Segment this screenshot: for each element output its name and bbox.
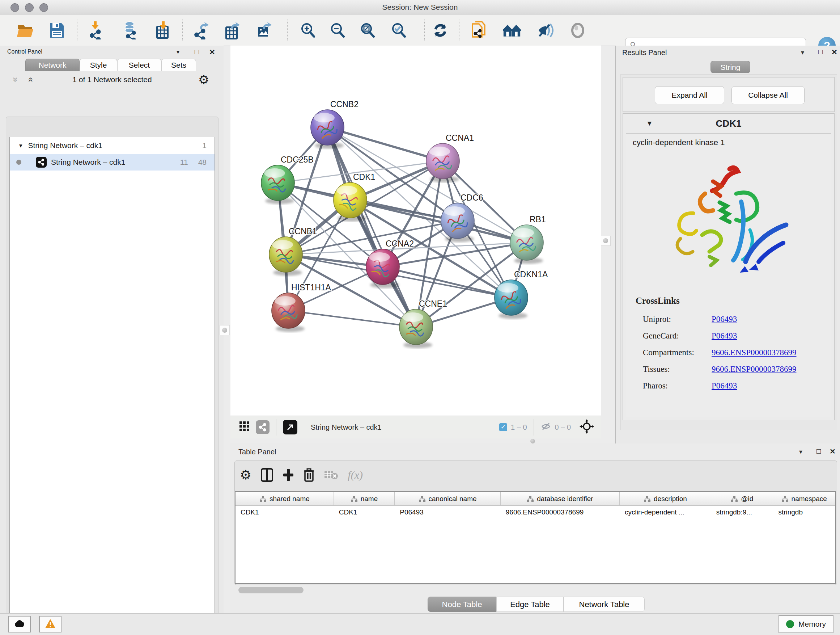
export-network-icon[interactable] (193, 21, 210, 40)
import-database-icon[interactable] (121, 21, 139, 40)
crosslink-value-link[interactable]: 9606.ENSP00000378699 (712, 364, 797, 374)
crosslink-label: Uniprot: (643, 315, 712, 324)
table-cell[interactable]: cyclin-dependent ... (620, 506, 711, 519)
crosslink-value-link[interactable]: P06493 (712, 381, 737, 391)
zoom-fit-icon[interactable] (358, 21, 377, 40)
zoom-in-icon[interactable] (299, 21, 317, 40)
control-panel-close-icon[interactable]: ✕ (209, 48, 215, 57)
memory-button[interactable]: Memory (778, 615, 834, 633)
crosslink-value-link[interactable]: P06493 (712, 315, 737, 324)
table-panel-float-icon[interactable]: □ (816, 447, 821, 455)
import-table-icon[interactable] (154, 21, 172, 40)
network-edge-CCNA2-CDKN1A[interactable] (383, 267, 511, 298)
results-panel-collapse-icon[interactable]: ▾ (801, 49, 804, 57)
toolbar-separator (459, 19, 459, 41)
network-node-HIST1H1A[interactable]: HIST1H1A (272, 283, 332, 332)
table-cell[interactable]: stringdb (773, 506, 835, 519)
zoom-selected-icon[interactable] (390, 21, 408, 40)
table-panel-collapse-icon[interactable]: ▾ (799, 448, 802, 456)
hidden-count: 0 – 0 (555, 423, 571, 432)
results-panel-float-icon[interactable]: □ (818, 48, 823, 56)
tab-select[interactable]: Select (117, 59, 161, 71)
import-network-icon[interactable] (86, 21, 104, 40)
tab-network[interactable]: Network (25, 59, 80, 71)
collapse-all-networks-icon[interactable]: » (11, 77, 21, 82)
save-icon[interactable] (48, 21, 66, 40)
right-splitter-handle[interactable] (600, 236, 611, 246)
birdseye-grid-icon[interactable] (239, 421, 250, 433)
zoom-out-icon[interactable] (328, 21, 347, 40)
node-label-CDKN1A: CDKN1A (514, 270, 548, 279)
selected-checkbox-icon[interactable]: ✓ (499, 423, 507, 431)
export-table-icon[interactable] (224, 21, 242, 40)
column-header--id[interactable]: @id (711, 492, 774, 506)
table-cell[interactable]: stringdb:9... (711, 506, 774, 519)
network-node-CDC6[interactable]: CDC6 (441, 193, 483, 242)
table-horizontal-scrollbar[interactable] (238, 587, 303, 593)
crosslink-row: Pharos:P06493 (643, 378, 824, 394)
tab-edge-table[interactable]: Edge Table (496, 597, 564, 612)
table-cell[interactable]: 9606.ENSP00000378699 (501, 506, 620, 519)
left-splitter-handle[interactable] (219, 325, 230, 335)
export-image-icon[interactable] (256, 21, 273, 40)
pan-crosshair-icon[interactable] (579, 419, 594, 435)
gear-icon[interactable]: ⚙ (240, 464, 251, 486)
table-cell[interactable]: P06493 (395, 506, 501, 519)
column-header-shared-name[interactable]: shared name (235, 492, 334, 506)
node-table[interactable]: shared namenamecanonical namedatabase id… (235, 491, 836, 584)
crosslink-value-link[interactable]: 9606.ENSP00000378699 (712, 348, 797, 357)
show-hide-panel-icon[interactable] (536, 21, 554, 40)
warning-button[interactable] (39, 616, 62, 632)
column-header-namespace[interactable]: namespace (773, 492, 835, 506)
column-header-database-identifier[interactable]: database identifier (501, 492, 620, 506)
node-label-CCNA2: CCNA2 (386, 239, 414, 249)
tab-sets[interactable]: Sets (161, 59, 196, 71)
expand-all-button[interactable]: Expand All (655, 86, 724, 104)
network-node-CDK1[interactable]: CDK1 (333, 172, 375, 222)
tab-node-table[interactable]: Node Table (428, 597, 496, 612)
network-node-RB1[interactable]: RB1 (510, 215, 546, 264)
crosslink-label: GeneCard: (643, 331, 712, 340)
plus-icon[interactable] (283, 464, 294, 486)
cloud-button[interactable] (8, 616, 31, 632)
open-folder-icon[interactable] (17, 21, 35, 40)
network-edge-CCNB2-CCNA1[interactable] (327, 127, 443, 161)
tab-network-table[interactable]: Network Table (564, 597, 645, 612)
network-collection-row[interactable]: ▾ String Network – cdk1 1 (10, 137, 215, 154)
open-in-window-icon[interactable] (283, 420, 297, 434)
column-header-canonical-name[interactable]: canonical name (395, 492, 501, 506)
eye-icon[interactable] (569, 21, 587, 40)
table-cell[interactable]: CDK1 (235, 506, 334, 519)
results-panel-close-icon[interactable]: ✕ (831, 48, 837, 57)
table-panel-title: Table Panel (238, 448, 276, 456)
control-panel-float-icon[interactable]: □ (195, 48, 199, 56)
network-canvas[interactable]: CCNB2CCNA1CDC25BCDK1CDC6RB1CCNB1CCNA2CDK… (231, 46, 601, 416)
crosslink-value-link[interactable]: P06493 (712, 331, 737, 340)
table-panel-close-icon[interactable]: ✕ (829, 447, 836, 456)
columns-icon[interactable] (261, 464, 273, 486)
string-share-icon[interactable] (256, 420, 270, 434)
network-edge-CCNB2-CCNE1[interactable] (327, 127, 416, 327)
trash-icon[interactable] (303, 464, 314, 486)
table-row[interactable]: CDK1CDK1P064939606.ENSP00000378699cyclin… (235, 506, 835, 519)
expand-all-networks-icon[interactable]: » (25, 77, 35, 82)
network-node-CDKN1A[interactable]: CDKN1A (494, 270, 548, 319)
bottom-splitter-handle[interactable] (531, 439, 535, 443)
tab-style[interactable]: Style (80, 59, 117, 71)
column-header-name[interactable]: name (334, 492, 395, 506)
column-header-description[interactable]: description (620, 492, 711, 506)
status-bar: Memory (0, 613, 840, 635)
network-options-gear-icon[interactable]: ⚙ (198, 73, 209, 87)
refresh-icon[interactable] (431, 21, 449, 40)
string-file-icon[interactable] (470, 21, 488, 40)
network-row[interactable]: String Network – cdk1 11 48 (10, 154, 215, 171)
network-edge-HIST1H1A-CCNE1[interactable] (288, 310, 416, 327)
tab-string[interactable]: String (711, 61, 750, 73)
table-cell[interactable]: CDK1 (334, 506, 395, 519)
home-icon[interactable] (503, 21, 521, 40)
network-node-CCNA1[interactable]: CCNA1 (426, 133, 474, 182)
control-panel-collapse-icon[interactable]: ▾ (177, 49, 180, 55)
collapse-all-button[interactable]: Collapse All (731, 86, 805, 104)
node-label-CDC25B: CDC25B (281, 155, 314, 165)
collection-expand-icon[interactable]: ▾ (19, 142, 22, 149)
